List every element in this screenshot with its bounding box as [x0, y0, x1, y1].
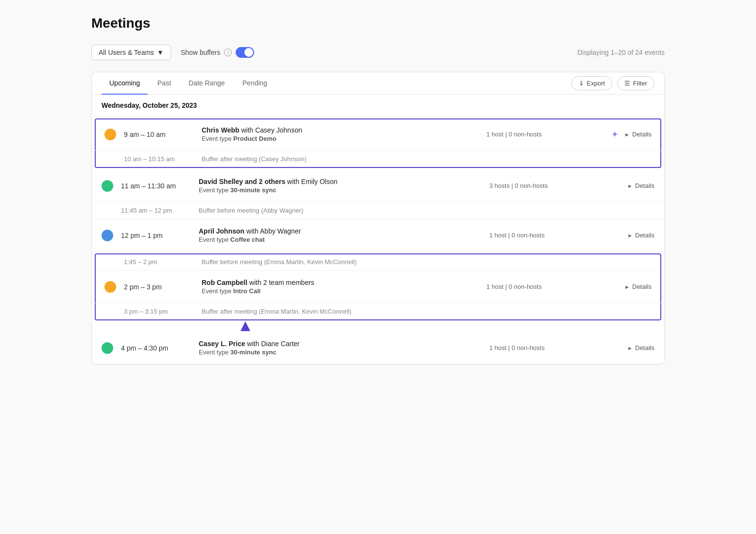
meeting-dot [104, 281, 116, 293]
meeting-group-3: 11:45 am – 12 pm Buffer before meeting (… [92, 202, 664, 251]
date-header: Wednesday, October 25, 2023 [92, 95, 664, 117]
tab-pending[interactable]: Pending [235, 72, 275, 95]
meeting-dot [102, 230, 113, 241]
show-buffers-toggle[interactable] [236, 47, 254, 58]
event-type-name: 30-minute sync [230, 349, 276, 356]
details-label: Details [632, 283, 652, 290]
meeting-dot [102, 180, 113, 192]
filter-label: Filter [633, 80, 647, 87]
filter-button[interactable]: ☰ Filter [617, 76, 654, 90]
buffer-info: Buffer before meeting (Abby Wagner) [199, 207, 480, 214]
meeting-actions: ► Details [577, 182, 654, 189]
download-icon: ⇓ [579, 80, 584, 87]
meeting-row: 12 pm – 1 pm April Johnson with Abby Wag… [92, 219, 664, 251]
users-teams-filter[interactable]: All Users & Teams ▼ [91, 45, 171, 60]
event-type-name: 30-minute sync [230, 186, 276, 194]
play-icon: ► [624, 284, 630, 290]
meeting-attendees: April Johnson with Abby Wagner [199, 227, 480, 235]
hosts-count: 1 host | 0 non-hosts [480, 232, 577, 239]
details-button[interactable]: ► Details [624, 131, 652, 138]
filter-icon: ☰ [624, 80, 630, 87]
tab-date-range[interactable]: Date Range [181, 72, 233, 95]
host-name: Chris Webb [202, 126, 240, 134]
meeting-time: 4 pm – 4:30 pm [121, 344, 199, 352]
buffer-actions-spacer: ► Details [577, 207, 654, 214]
event-type-name: Intro Call [233, 287, 260, 295]
details-button[interactable]: ► Details [627, 182, 654, 189]
meeting-actions: ✦ ► Details [574, 129, 652, 140]
hosts-count: 1 host | 0 non-hosts [477, 283, 574, 290]
buffer-text: Buffer after meeting (Casey Johnson) [202, 155, 477, 163]
meeting-actions: ► Details [574, 283, 652, 290]
buffer-time: 1:45 – 2 pm [124, 258, 202, 266]
page-title: Meetings [91, 16, 665, 31]
buffer-text: Buffer before meeting (Emma Martin, Kevi… [202, 258, 477, 266]
buffer-info: Buffer after meeting (Casey Johnson) [202, 155, 477, 163]
tab-past[interactable]: Past [150, 72, 179, 95]
buffer-row: 11:45 am – 12 pm Buffer before meeting (… [92, 202, 664, 219]
meetings-panel: Upcoming Past Date Range Pending ⇓ Expor… [91, 72, 665, 365]
buffer-time: 10 am – 10:15 am [124, 155, 202, 163]
meeting-attendees: Casey L. Price with Diane Carter [199, 340, 480, 348]
meeting-row: 4 pm – 4:30 pm Casey L. Price with Diane… [92, 332, 664, 364]
meeting-time: 2 pm – 3 pm [124, 283, 202, 291]
buffer-text: Buffer before meeting (Abby Wagner) [199, 207, 480, 214]
host-name: Rob Campbell [202, 279, 247, 286]
buffer-info: Buffer after meeting (Emma Martin, Kevin… [202, 308, 477, 315]
buffer-row: 10 am – 10:15 am Buffer after meeting (C… [95, 150, 661, 168]
hosts-count: 1 host | 0 non-hosts [480, 344, 577, 351]
buffer-row: 1:45 – 2 pm Buffer before meeting (Emma … [95, 253, 661, 271]
filter-label: All Users & Teams [99, 49, 154, 56]
meeting-actions: ► Details [577, 232, 654, 239]
meeting-info: Chris Webb with Casey Johnson Event type… [202, 126, 477, 142]
hosts-count: 3 hosts | 0 non-hosts [480, 182, 577, 189]
event-type: Event type 30-minute sync [199, 186, 480, 194]
tab-upcoming[interactable]: Upcoming [102, 72, 148, 95]
play-icon: ► [624, 132, 630, 137]
meeting-time: 11 am – 11:30 am [121, 182, 199, 190]
play-icon: ► [627, 345, 633, 351]
host-name: Casey L. Price [199, 340, 245, 348]
meeting-group-4: 1:45 – 2 pm Buffer before meeting (Emma … [95, 253, 661, 320]
details-button[interactable]: ► Details [627, 232, 654, 239]
chevron-down-icon: ▼ [157, 49, 164, 56]
meeting-info: Casey L. Price with Diane Carter Event t… [199, 340, 480, 356]
meeting-info: April Johnson with Abby Wagner Event typ… [199, 227, 480, 243]
host-name: April Johnson [199, 227, 244, 235]
tabs-actions: ⇓ Export ☰ Filter [571, 72, 654, 94]
meeting-time: 12 pm – 1 pm [121, 232, 199, 239]
event-type: Event type Coffee chat [199, 236, 480, 243]
toolbar: All Users & Teams ▼ Show buffers i Displ… [91, 45, 665, 60]
show-buffers-control: Show buffers i [181, 47, 254, 58]
export-button[interactable]: ⇓ Export [571, 76, 613, 90]
event-type: Event type Intro Call [202, 287, 477, 295]
buffer-text: Buffer after meeting (Emma Martin, Kevin… [202, 308, 477, 315]
meeting-attendees: Chris Webb with Casey Johnson [202, 126, 477, 134]
details-label: Details [632, 131, 652, 138]
details-label: Details [635, 344, 654, 351]
details-button[interactable]: ► Details [624, 283, 652, 290]
meeting-dot [104, 129, 116, 140]
meeting-row: 2 pm – 3 pm Rob Campbell with 2 team mem… [95, 271, 661, 303]
arrow-indicator [241, 321, 250, 331]
play-icon: ► [627, 183, 633, 189]
meeting-attendees: David Shelley and 2 others with Emily Ol… [199, 178, 480, 185]
event-type-name: Product Demo [233, 135, 276, 142]
hosts-count: 1 host | 0 non-hosts [477, 131, 574, 138]
meeting-time: 9 am – 10 am [124, 131, 202, 138]
details-label: Details [635, 232, 654, 239]
tabs-bar: Upcoming Past Date Range Pending ⇓ Expor… [92, 72, 664, 95]
details-label: Details [635, 182, 654, 189]
magic-icon: ✦ [611, 129, 619, 140]
event-type-name: Coffee chat [230, 236, 265, 243]
info-icon[interactable]: i [224, 49, 232, 56]
show-buffers-label: Show buffers [181, 49, 220, 56]
export-label: Export [587, 80, 605, 87]
buffer-row: 3 pm – 3:15 pm Buffer after meeting (Emm… [95, 303, 661, 320]
meeting-actions: ► Details [577, 344, 654, 351]
buffer-time: 3 pm – 3:15 pm [124, 308, 202, 315]
play-icon: ► [627, 233, 633, 238]
meeting-row: 11 am – 11:30 am David Shelley and 2 oth… [92, 170, 664, 202]
details-button[interactable]: ► Details [627, 344, 654, 351]
meeting-row: 9 am – 10 am Chris Webb with Casey Johns… [95, 118, 661, 150]
